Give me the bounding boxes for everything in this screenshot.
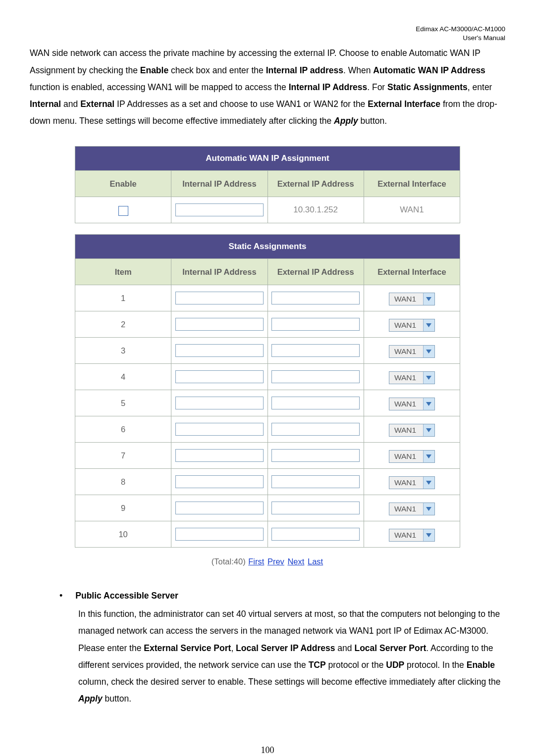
static-external-ip-cell [268, 495, 364, 521]
svg-marker-8 [426, 507, 431, 511]
static-internal-ip-input[interactable] [175, 292, 264, 304]
static-external-ip-cell [268, 285, 364, 311]
static-external-interface-cell: WAN1 [364, 469, 460, 495]
chevron-down-icon [423, 346, 434, 357]
pager-first-link[interactable]: First [248, 557, 264, 566]
auto-internal-ip-cell [171, 197, 268, 223]
static-item-number: 10 [75, 521, 171, 548]
svg-marker-7 [426, 481, 431, 485]
section-public-accessible-server-title: Public Accessible Server [75, 587, 178, 604]
th-internal-ip: Internal IP Address [171, 171, 268, 197]
static-item-number: 6 [75, 416, 171, 443]
static-external-interface-cell: WAN1 [364, 338, 460, 364]
static-internal-ip-input[interactable] [175, 318, 264, 331]
static-internal-ip-cell [171, 495, 268, 521]
chevron-down-icon [423, 293, 434, 305]
external-interface-select[interactable]: WAN1 [389, 450, 435, 463]
static-item-number: 8 [75, 469, 171, 495]
page-number: 100 [30, 742, 505, 756]
static-internal-ip-cell [171, 364, 268, 390]
external-interface-select[interactable]: WAN1 [389, 398, 435, 410]
th-internal-ip: Internal IP Address [171, 259, 268, 285]
external-interface-select[interactable]: WAN1 [389, 424, 435, 437]
th-external-ip: External IP Address [268, 171, 364, 197]
pager-last-link[interactable]: Last [308, 557, 323, 566]
static-item-number: 5 [75, 390, 171, 416]
external-interface-select[interactable]: WAN1 [389, 293, 435, 305]
doc-header-line2: User's Manual [30, 34, 505, 43]
static-internal-ip-input[interactable] [175, 449, 264, 462]
static-item-number: 7 [75, 443, 171, 469]
svg-marker-4 [426, 402, 431, 406]
static-internal-ip-cell [171, 390, 268, 416]
static-internal-ip-cell [171, 469, 268, 495]
svg-marker-6 [426, 454, 431, 458]
static-internal-ip-input[interactable] [175, 370, 264, 383]
auto-internal-ip-input[interactable] [175, 203, 264, 216]
external-interface-select[interactable]: WAN1 [389, 345, 435, 358]
static-internal-ip-input[interactable] [175, 502, 264, 514]
static-internal-ip-cell [171, 521, 268, 548]
static-external-ip-input[interactable] [271, 370, 360, 383]
svg-marker-1 [426, 323, 431, 327]
chevron-down-icon [423, 503, 434, 515]
external-interface-value: WAN1 [389, 477, 423, 489]
external-interface-value: WAN1 [389, 424, 423, 436]
static-item-number: 4 [75, 364, 171, 390]
auto-enable-cell [75, 197, 171, 223]
static-external-interface-cell: WAN1 [364, 443, 460, 469]
pager-prev-link[interactable]: Prev [268, 557, 284, 566]
external-interface-select[interactable]: WAN1 [389, 529, 435, 542]
external-interface-select[interactable]: WAN1 [389, 371, 435, 384]
static-internal-ip-input[interactable] [175, 423, 264, 436]
section-public-accessible-server-body: In this function, the administrator can … [78, 605, 505, 707]
bullet-dot: • [59, 587, 62, 605]
static-external-ip-cell [268, 416, 364, 443]
static-external-ip-input[interactable] [271, 528, 360, 541]
external-interface-value: WAN1 [389, 503, 423, 515]
static-external-ip-input[interactable] [271, 475, 360, 488]
static-item-number: 2 [75, 311, 171, 338]
static-internal-ip-cell [171, 338, 268, 364]
static-internal-ip-input[interactable] [175, 528, 264, 541]
static-external-ip-cell [268, 443, 364, 469]
chevron-down-icon [423, 398, 434, 410]
external-interface-value: WAN1 [389, 398, 423, 410]
static-item-number: 9 [75, 495, 171, 521]
static-external-interface-cell: WAN1 [364, 521, 460, 548]
static-internal-ip-input[interactable] [175, 344, 264, 357]
static-internal-ip-input[interactable] [175, 397, 264, 409]
static-external-interface-cell: WAN1 [364, 285, 460, 311]
static-external-ip-input[interactable] [271, 318, 360, 331]
external-interface-select[interactable]: WAN1 [389, 319, 435, 332]
static-external-ip-cell [268, 338, 364, 364]
chevron-down-icon [423, 372, 434, 384]
static-external-ip-cell [268, 469, 364, 495]
chevron-down-icon [423, 451, 434, 462]
static-external-ip-cell [268, 311, 364, 338]
static-external-ip-input[interactable] [271, 344, 360, 357]
external-interface-value: WAN1 [389, 293, 423, 305]
static-internal-ip-cell [171, 285, 268, 311]
auto-wan-ip-table: Automatic WAN IP Assignment Enable Inter… [75, 146, 460, 223]
th-enable: Enable [75, 171, 171, 197]
external-interface-select[interactable]: WAN1 [389, 476, 435, 489]
auto-enable-checkbox[interactable] [118, 206, 128, 216]
pager-next-link[interactable]: Next [287, 557, 304, 566]
svg-marker-3 [426, 376, 431, 380]
static-external-ip-input[interactable] [271, 423, 360, 436]
chevron-down-icon [423, 529, 434, 541]
static-external-interface-cell: WAN1 [364, 390, 460, 416]
static-external-ip-input[interactable] [271, 397, 360, 409]
static-external-ip-input[interactable] [271, 292, 360, 304]
static-internal-ip-cell [171, 416, 268, 443]
static-item-number: 1 [75, 285, 171, 311]
auto-external-interface-value: WAN1 [364, 197, 460, 223]
static-external-ip-input[interactable] [271, 449, 360, 462]
external-interface-value: WAN1 [389, 529, 423, 541]
static-internal-ip-cell [171, 443, 268, 469]
static-internal-ip-input[interactable] [175, 475, 264, 488]
external-interface-select[interactable]: WAN1 [389, 503, 435, 515]
static-external-ip-input[interactable] [271, 502, 360, 514]
external-interface-value: WAN1 [389, 372, 423, 384]
